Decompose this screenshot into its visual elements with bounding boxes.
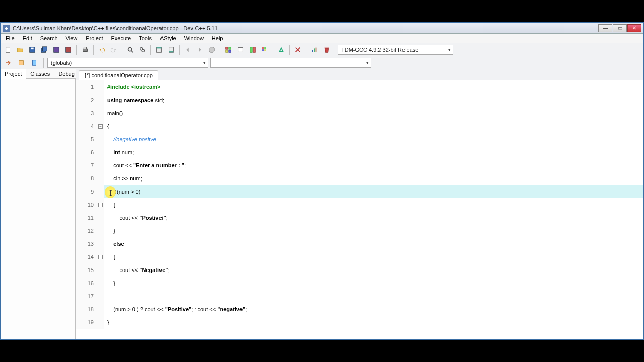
maximize-button[interactable]: ▭ — [613, 24, 627, 32]
open-file-icon[interactable] — [15, 44, 26, 55]
svg-rect-31 — [314, 48, 315, 52]
line-number: 14 — [76, 250, 97, 263]
menu-help[interactable]: Help — [208, 34, 227, 42]
svg-rect-30 — [312, 50, 313, 52]
svg-rect-5 — [54, 47, 59, 52]
goto-line-icon[interactable] — [29, 57, 40, 68]
trash-icon[interactable] — [321, 44, 332, 55]
svg-rect-20 — [229, 50, 231, 52]
line-number: 8 — [76, 172, 97, 185]
save-project-icon[interactable] — [51, 44, 62, 55]
line-number: 15 — [76, 263, 97, 277]
svg-rect-23 — [253, 47, 255, 52]
svg-rect-14 — [157, 47, 162, 48]
run-icon[interactable] — [235, 44, 246, 55]
svg-rect-8 — [84, 47, 86, 49]
line-number: 18 — [76, 303, 97, 316]
svg-rect-19 — [226, 50, 228, 52]
svg-rect-2 — [31, 47, 33, 49]
goto-func-icon[interactable] — [3, 57, 14, 68]
compile-run-icon[interactable] — [247, 44, 258, 55]
stop-icon[interactable] — [292, 44, 303, 55]
editor-tab[interactable]: [*] conditioanalOperator.cpp — [79, 70, 158, 80]
svg-rect-6 — [66, 47, 71, 52]
svg-rect-21 — [238, 47, 243, 52]
print-icon[interactable] — [79, 44, 91, 55]
menu-edit[interactable]: Edit — [19, 34, 36, 42]
code-editor[interactable]: I 1#include <iostream> 2using namespace … — [76, 80, 643, 339]
svg-rect-16 — [169, 51, 174, 52]
menu-view[interactable]: View — [62, 34, 82, 42]
new-file-icon[interactable] — [3, 44, 14, 55]
svg-rect-24 — [262, 47, 264, 49]
svg-rect-7 — [83, 49, 88, 51]
scope-select[interactable]: (globals) — [47, 58, 208, 68]
tab-project[interactable]: Project — [1, 69, 26, 79]
side-panel: Project Classes Debug — [1, 69, 76, 339]
svg-rect-4 — [43, 46, 47, 51]
app-icon: ◆ — [3, 25, 10, 32]
close-button[interactable]: ✕ — [627, 24, 641, 32]
redo-icon[interactable] — [108, 44, 119, 55]
save-all-icon[interactable] — [39, 44, 50, 55]
fold-minus-icon[interactable]: − — [98, 203, 103, 207]
svg-point-12 — [142, 49, 144, 52]
line-number: 7 — [76, 159, 97, 172]
menu-search[interactable]: Search — [36, 34, 62, 42]
app-window: ◆ C:\Users\Suliman Khan\Desktop\C++ file… — [0, 22, 644, 340]
new-class-icon[interactable] — [16, 57, 27, 68]
line-number: 5 — [76, 133, 97, 146]
svg-rect-27 — [264, 49, 266, 51]
minimize-button[interactable]: — — [598, 24, 612, 32]
svg-rect-32 — [316, 47, 317, 52]
menu-file[interactable]: File — [2, 34, 19, 42]
compiler-select[interactable]: TDM-GCC 4.9.2 32-bit Release — [338, 45, 453, 55]
svg-rect-22 — [250, 47, 252, 52]
line-number: 6 — [76, 146, 97, 159]
fold-minus-icon[interactable]: − — [98, 255, 103, 259]
nav-fwd-icon[interactable] — [194, 44, 205, 55]
svg-rect-35 — [33, 60, 36, 65]
svg-line-10 — [131, 50, 133, 52]
line-number: 11 — [76, 211, 97, 224]
menu-astyle[interactable]: AStyle — [156, 34, 180, 42]
line-number: 10 — [76, 198, 97, 211]
save-icon[interactable] — [27, 44, 38, 55]
replace-icon[interactable] — [137, 44, 148, 55]
bookmark2-icon[interactable] — [166, 44, 177, 55]
svg-rect-34 — [19, 60, 24, 65]
nav-back-icon[interactable] — [182, 44, 193, 55]
svg-rect-0 — [6, 47, 10, 52]
editor-pane: [*] conditioanalOperator.cpp I 1#include… — [76, 69, 643, 339]
undo-icon[interactable] — [96, 44, 107, 55]
menu-bar: File Edit Search View Project Execute To… — [1, 34, 643, 43]
svg-rect-33 — [325, 47, 329, 48]
member-select[interactable] — [210, 58, 371, 68]
find-icon[interactable] — [125, 44, 136, 55]
nav-stop-icon[interactable] — [206, 44, 217, 55]
menu-execute[interactable]: Execute — [107, 34, 135, 42]
bookmark1-icon[interactable] — [153, 44, 165, 55]
line-number: 9 — [76, 185, 97, 198]
rebuild-icon[interactable] — [259, 44, 270, 55]
svg-rect-18 — [229, 47, 231, 49]
svg-rect-26 — [262, 49, 264, 51]
line-number: 19 — [76, 316, 97, 329]
fold-minus-icon[interactable]: − — [98, 124, 103, 129]
tab-classes[interactable]: Classes — [26, 69, 54, 78]
line-number: 4 — [76, 120, 97, 133]
window-title: C:\Users\Suliman Khan\Desktop\C++ files\… — [13, 25, 598, 31]
toolbar-scope: (globals) — [1, 56, 643, 69]
svg-point-9 — [128, 47, 132, 51]
menu-project[interactable]: Project — [82, 34, 107, 42]
svg-rect-25 — [264, 47, 266, 49]
profile-icon[interactable] — [309, 44, 320, 55]
line-number: 1 — [76, 80, 97, 94]
menu-window[interactable]: Window — [180, 34, 208, 42]
menu-tools[interactable]: Tools — [135, 34, 156, 42]
debug-icon[interactable] — [276, 44, 287, 55]
title-bar[interactable]: ◆ C:\Users\Suliman Khan\Desktop\C++ file… — [1, 23, 643, 34]
project-tree[interactable] — [1, 79, 75, 339]
close-file-icon[interactable] — [63, 44, 74, 55]
compile-icon[interactable] — [223, 44, 234, 55]
